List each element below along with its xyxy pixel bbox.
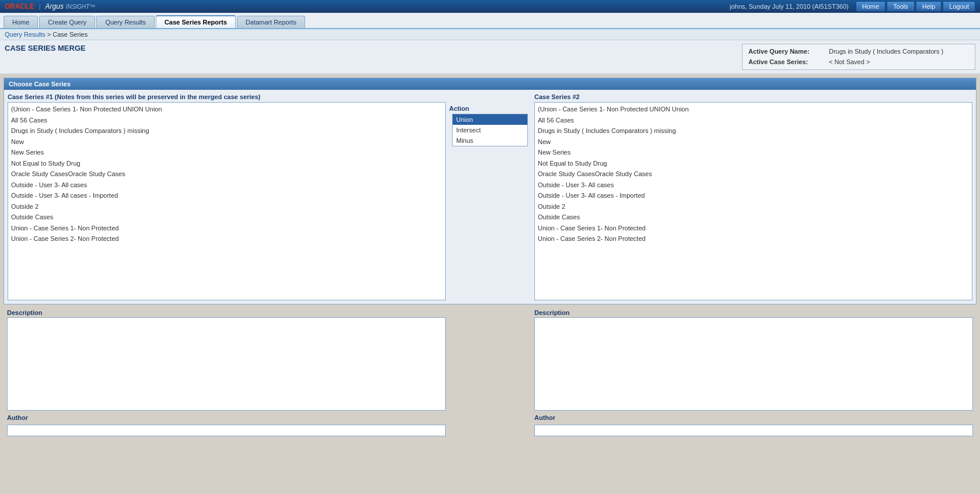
list-item[interactable]: (Union - Case Series 1- Non Protected UN…: [536, 104, 971, 115]
list-item[interactable]: Not Equal to Study Drug: [536, 158, 971, 169]
desc-label-1: Description: [7, 309, 446, 316]
case-series-2-label: Case Series #2: [534, 93, 972, 100]
insight-label: INSIGHT™: [66, 3, 96, 10]
list-item[interactable]: Outside Cases: [536, 212, 971, 223]
tab-create-query[interactable]: Create Query: [39, 16, 95, 28]
list-item[interactable]: Oracle Study CasesOracle Study Cases: [9, 169, 444, 180]
list-item[interactable]: Not Equal to Study Drug: [9, 158, 444, 169]
page-header: CASE SERIES MERGE Active Query Name: Dru…: [0, 40, 980, 74]
active-case-series-label: Active Case Series:: [748, 57, 824, 68]
argus-label: Argus: [46, 2, 64, 10]
active-query-name-value: Drugs in Study ( Includes Comparators ): [829, 47, 943, 57]
case-series-1-section: Case Series #1 (Notes from this series w…: [8, 93, 446, 300]
action-section: Action Union Intersect Minus: [449, 93, 531, 300]
desc-label-2: Description: [534, 309, 973, 316]
action-list: Union Intersect Minus: [452, 114, 528, 146]
action-label: Action: [449, 105, 469, 112]
list-item[interactable]: New: [536, 136, 971, 148]
main-content: Choose Case Series Case Series #1 (Notes…: [0, 74, 980, 494]
list-item[interactable]: All 56 Cases: [9, 115, 444, 126]
list-item[interactable]: Drugs in Study ( Includes Comparators ) …: [536, 125, 971, 136]
list-item[interactable]: Union - Case Series 1- Non Protected: [536, 223, 971, 234]
case-series-1-label: Case Series #1 (Notes from this series w…: [8, 93, 446, 100]
tab-case-series-reports[interactable]: Case Series Reports: [156, 15, 236, 28]
page-title: CASE SERIES MERGE: [5, 44, 86, 52]
list-item[interactable]: Outside - User 3- All cases - Imported: [9, 190, 444, 201]
case-series-2-section: Case Series #2 (Union - Case Series 1- N…: [534, 93, 972, 300]
list-item[interactable]: Outside 2: [536, 201, 971, 212]
breadcrumb: Query Results > Case Series: [0, 29, 980, 40]
description-textarea-1[interactable]: [7, 317, 446, 411]
active-query-box: Active Query Name: Drugs in Study ( Incl…: [742, 44, 975, 70]
top-bar: ORACLE | Argus INSIGHT™ johns, Sunday Ju…: [0, 0, 980, 13]
choose-panel-header: Choose Case Series: [4, 78, 976, 90]
top-nav-logout[interactable]: Logout: [943, 1, 975, 12]
case-series-2-list[interactable]: (Union - Case Series 1- Non Protected UN…: [534, 102, 972, 300]
tab-query-results[interactable]: Query Results: [96, 16, 155, 28]
logo-pipe: |: [39, 3, 41, 10]
case-series-1-list[interactable]: (Union - Case Series 1- Non Protected UN…: [8, 102, 446, 300]
main-nav: Home Create Query Query Results Case Ser…: [0, 13, 980, 29]
list-item[interactable]: All 56 Cases: [536, 115, 971, 126]
choose-panel-body: Case Series #1 (Notes from this series w…: [4, 90, 976, 304]
action-union[interactable]: Union: [453, 114, 527, 125]
action-minus[interactable]: Minus: [453, 135, 527, 146]
oracle-label: ORACLE: [5, 2, 34, 10]
top-nav-home[interactable]: Home: [856, 1, 886, 12]
desc-author-right: Description Author: [534, 309, 973, 436]
author-input-1[interactable]: [7, 425, 446, 436]
description-textarea-2[interactable]: [534, 317, 973, 411]
top-nav: Home Tools Help Logout: [856, 1, 975, 12]
list-item[interactable]: Outside - User 3- All cases - Imported: [536, 190, 971, 201]
tab-datamart-reports[interactable]: Datamart Reports: [237, 16, 305, 28]
list-item[interactable]: Union - Case Series 2- Non Protected: [536, 233, 971, 244]
breadcrumb-separator: >: [47, 31, 52, 38]
list-item[interactable]: Outside 2: [9, 201, 444, 212]
list-item[interactable]: Drugs in Study ( Includes Comparators ) …: [9, 125, 444, 136]
desc-author-section: Description Author Description Author: [4, 308, 977, 440]
list-item[interactable]: (Union - Case Series 1- Non Protected UN…: [9, 104, 444, 115]
middle-spacer: [449, 309, 531, 436]
active-query-name-label: Active Query Name:: [748, 47, 824, 57]
top-nav-help[interactable]: Help: [916, 1, 942, 12]
breadcrumb-query-results[interactable]: Query Results: [5, 31, 46, 38]
list-item[interactable]: Outside - User 3- All cases: [9, 180, 444, 191]
list-item[interactable]: Outside Cases: [9, 212, 444, 223]
desc-author-left: Description Author: [7, 309, 446, 436]
list-item[interactable]: New Series: [536, 147, 971, 158]
author-label-2: Author: [534, 414, 973, 421]
author-input-2[interactable]: [534, 425, 973, 436]
list-item[interactable]: Oracle Study CasesOracle Study Cases: [536, 169, 971, 180]
choose-case-series-panel: Choose Case Series Case Series #1 (Notes…: [4, 78, 977, 304]
logo: ORACLE | Argus INSIGHT™: [5, 2, 95, 10]
breadcrumb-case-series: Case Series: [52, 31, 88, 38]
list-item[interactable]: Outside - User 3- All cases: [536, 180, 971, 191]
list-item[interactable]: New: [9, 136, 444, 148]
top-nav-tools[interactable]: Tools: [887, 1, 915, 12]
tab-home[interactable]: Home: [4, 16, 38, 28]
author-label-1: Author: [7, 414, 446, 421]
action-intersect[interactable]: Intersect: [453, 125, 527, 135]
list-item[interactable]: Union - Case Series 2- Non Protected: [9, 233, 444, 244]
list-item[interactable]: Union - Case Series 1- Non Protected: [9, 223, 444, 234]
user-info: johns, Sunday July 11, 2010 (AI51ST360): [730, 3, 849, 10]
list-item[interactable]: New Series: [9, 147, 444, 158]
active-case-series-value: < Not Saved >: [829, 57, 870, 68]
